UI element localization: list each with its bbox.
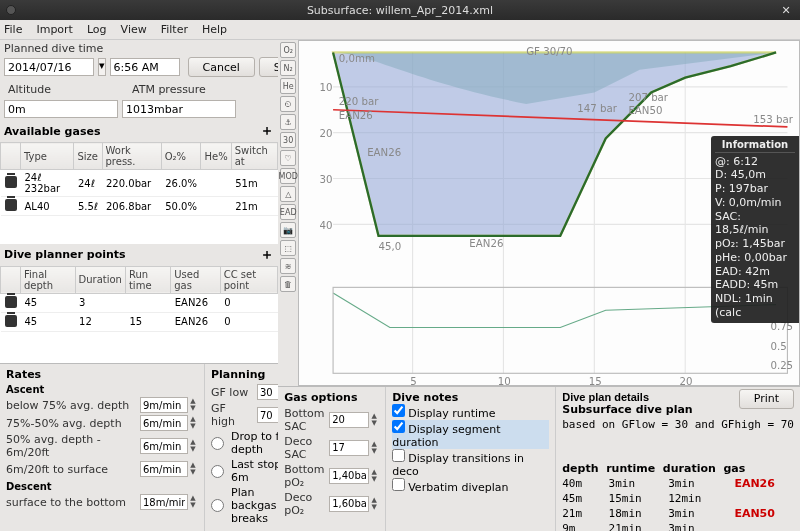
menu-help[interactable]: Help — [202, 23, 227, 36]
dive-notes-panel: Dive notes Display runtimeDisplay segmen… — [386, 387, 556, 531]
rate-input-0[interactable] — [140, 397, 188, 413]
graph-tool-13[interactable]: 🗑 — [280, 276, 296, 292]
gasopt-input-0[interactable] — [329, 412, 369, 428]
trash-icon[interactable] — [5, 315, 17, 327]
window-title: Subsurface: willem_Apr_2014.xml — [22, 4, 778, 17]
info-line: NDL: 1min (calc — [715, 292, 795, 320]
svg-text:45,0: 45,0 — [379, 240, 402, 252]
spinner-icon[interactable]: ▲▼ — [369, 497, 379, 511]
table-row[interactable]: 451215EAN260 — [1, 312, 278, 331]
graph-tool-11[interactable]: ⬚ — [280, 240, 296, 256]
svg-text:20: 20 — [320, 127, 333, 139]
rate-label: 6m/20ft to surface — [6, 463, 136, 476]
menu-file[interactable]: File — [4, 23, 22, 36]
planned-dive-time-label: Planned dive time — [0, 40, 278, 55]
spinner-icon[interactable]: ▲▼ — [188, 462, 198, 476]
graph-tool-7[interactable]: MOD — [280, 168, 296, 184]
svg-text:EAN26: EAN26 — [339, 109, 373, 121]
trash-icon[interactable] — [5, 199, 17, 211]
spinner-icon[interactable]: ▲▼ — [369, 441, 379, 455]
svg-text:10: 10 — [320, 81, 333, 93]
gasopt-input-3[interactable] — [329, 496, 369, 512]
graph-tool-6[interactable]: ♡ — [280, 150, 296, 166]
descent-rate-input[interactable] — [140, 494, 188, 510]
note-label: Display transitions in deco — [392, 452, 524, 478]
svg-text:EAN50: EAN50 — [629, 104, 663, 116]
info-line: D: 45,0m — [715, 168, 795, 182]
add-gas-icon[interactable]: ＋ — [260, 122, 274, 140]
spinner-icon[interactable]: ▲▼ — [188, 416, 198, 430]
time-input[interactable] — [110, 58, 180, 76]
rate-label: 50% avg. depth - 6m/20ft — [6, 433, 136, 459]
drop-first-radio[interactable] — [211, 437, 224, 450]
svg-text:5: 5 — [411, 375, 418, 385]
info-line: EADD: 45m — [715, 278, 795, 292]
gasopt-input-1[interactable] — [329, 440, 369, 456]
graph-tool-8[interactable]: △ — [280, 186, 296, 202]
note-label: Display runtime — [408, 407, 495, 420]
note-check-1[interactable] — [392, 420, 405, 433]
altitude-input[interactable] — [4, 100, 118, 118]
add-point-icon[interactable]: ＋ — [260, 246, 274, 264]
cancel-button[interactable]: Cancel — [188, 57, 255, 77]
date-dropdown-icon[interactable]: ▾ — [98, 58, 106, 76]
note-check-2[interactable] — [392, 449, 405, 462]
planner-points-header: Dive planner points ＋ — [0, 244, 278, 266]
rate-input-1[interactable] — [140, 415, 188, 431]
menu-filter[interactable]: Filter — [161, 23, 188, 36]
graph-tool-3[interactable]: ⏲ — [280, 96, 296, 112]
note-check-3[interactable] — [392, 478, 405, 491]
points-table: Final depthDurationRun timeUsed gasCC se… — [0, 266, 278, 332]
graph-tool-5[interactable]: 30 — [280, 132, 296, 148]
graph-tool-10[interactable]: 📷 — [280, 222, 296, 238]
atm-input[interactable] — [122, 100, 236, 118]
table-row[interactable]: 453EAN260 — [1, 293, 278, 312]
gasopt-label: Bottom pO₂ — [284, 463, 325, 489]
graph-tool-9[interactable]: EAD — [280, 204, 296, 220]
table-row[interactable]: AL405.5ℓ206.8bar50.0%21m — [1, 197, 278, 216]
spinner-icon[interactable]: ▲▼ — [369, 413, 379, 427]
graph-tool-12[interactable]: ≋ — [280, 258, 296, 274]
table-row[interactable]: 24ℓ 232bar24ℓ220.0bar26.0%51m — [1, 170, 278, 197]
trash-icon[interactable] — [5, 176, 17, 188]
spinner-icon[interactable]: ▲▼ — [188, 495, 198, 509]
rate-input-3[interactable] — [140, 461, 188, 477]
svg-text:0.25: 0.25 — [771, 359, 794, 371]
close-icon[interactable]: ✕ — [778, 4, 794, 17]
date-input[interactable] — [4, 58, 94, 76]
available-gases-header: Available gases ＋ — [0, 120, 278, 142]
titlebar: Subsurface: willem_Apr_2014.xml ✕ — [0, 0, 800, 20]
gasopt-label: Deco SAC — [284, 435, 325, 461]
gasopt-label: Bottom SAC — [284, 407, 325, 433]
rate-input-2[interactable] — [140, 438, 188, 454]
spinner-icon[interactable]: ▲▼ — [188, 398, 198, 412]
svg-text:EAN26: EAN26 — [367, 146, 401, 158]
window-menu-icon[interactable] — [6, 5, 16, 15]
spinner-icon[interactable]: ▲▼ — [188, 439, 198, 453]
gfhigh-input[interactable] — [257, 407, 278, 423]
graph-tool-4[interactable]: ⚓ — [280, 114, 296, 130]
rates-panel: Rates Ascent below 75% avg. depth▲▼75%-5… — [0, 364, 205, 531]
gflow-input[interactable] — [257, 384, 278, 400]
menu-log[interactable]: Log — [87, 23, 107, 36]
trash-icon[interactable] — [5, 296, 17, 308]
backgas-radio[interactable] — [211, 499, 224, 512]
graph-tool-0[interactable]: O₂ — [280, 42, 296, 58]
svg-text:207 bar: 207 bar — [629, 91, 669, 103]
svg-text:EAN26: EAN26 — [470, 237, 504, 249]
graph-tool-1[interactable]: N₂ — [280, 60, 296, 76]
svg-text:20: 20 — [680, 375, 693, 385]
info-line: pHe: 0,00bar — [715, 251, 795, 265]
spinner-icon[interactable]: ▲▼ — [369, 469, 379, 483]
dive-plan-details: Dive plan details Print Subsurface dive … — [556, 387, 800, 531]
menu-import[interactable]: Import — [36, 23, 73, 36]
print-button[interactable]: Print — [739, 389, 794, 409]
gasopt-input-2[interactable] — [329, 468, 369, 484]
save-button[interactable]: Save — [259, 57, 278, 77]
note-check-0[interactable] — [392, 404, 405, 417]
svg-text:220 bar: 220 bar — [339, 95, 379, 107]
dive-profile-plot[interactable]: 0,0mm GF 30/70 220 bar EAN26 EAN26 147 b… — [298, 40, 800, 386]
graph-tool-2[interactable]: He — [280, 78, 296, 94]
menu-view[interactable]: View — [121, 23, 147, 36]
last-stop-radio[interactable] — [211, 465, 224, 478]
